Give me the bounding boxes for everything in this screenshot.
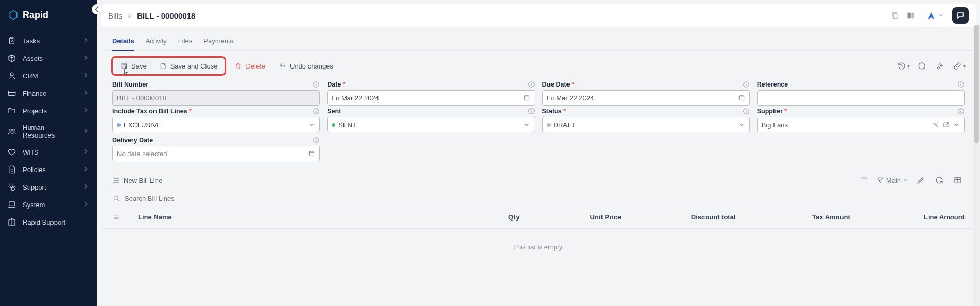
nav-item-support[interactable]: Support [0, 178, 97, 196]
open-icon[interactable] [942, 121, 950, 128]
empty-state: This list is empty. [101, 229, 976, 265]
info-icon[interactable] [743, 81, 750, 88]
nav-item-hr[interactable]: Human Resources [0, 120, 97, 143]
barcode-icon[interactable] [905, 10, 916, 21]
nav-label: Human Resources [23, 124, 76, 139]
calendar-icon[interactable] [738, 94, 745, 101]
col-line-name[interactable]: Line Name [138, 213, 443, 223]
nav-item-whs[interactable]: WHS [0, 143, 97, 161]
scrollbar-thumb[interactable] [974, 25, 979, 143]
clipboard-icon [7, 36, 16, 45]
sidebar: Rapid Tasks Assets CRM Finance [0, 0, 97, 306]
date-value: Fri Mar 22 2024 [332, 94, 379, 102]
card-icon [7, 89, 16, 98]
info-icon[interactable] [313, 137, 320, 144]
nav-item-finance[interactable]: Finance [0, 84, 97, 102]
filter-button[interactable]: Main [876, 176, 909, 184]
col-qty[interactable]: Qty [443, 213, 520, 223]
main: Bills > BILL - 00000018 Details Activity… [97, 0, 980, 306]
settings-button[interactable] [934, 59, 947, 73]
breadcrumb-current: BILL - 00000018 [137, 11, 195, 20]
sent-select[interactable]: SENT [327, 117, 535, 132]
field-bill-number: Bill Number BILL - 00000018 [112, 81, 320, 106]
clear-icon[interactable] [932, 121, 939, 128]
nav-item-tasks[interactable]: Tasks [0, 32, 97, 49]
delivery-date-placeholder: No date selected [117, 150, 167, 158]
col-discount[interactable]: Discount total [621, 213, 735, 223]
form-row-3: Delivery Date No date selected [101, 134, 976, 166]
status-dot-icon [332, 123, 335, 127]
app-switcher[interactable] [926, 11, 944, 20]
sidebar-collapse-button[interactable] [92, 4, 102, 14]
breadcrumb-root[interactable]: Bills [108, 11, 123, 20]
undo-button[interactable]: Undo changes [273, 59, 338, 73]
link-button[interactable]: ▾ [952, 59, 966, 73]
nav-item-system[interactable]: System [0, 196, 97, 213]
chevron-right-icon [82, 37, 90, 45]
supplier-select[interactable]: Big Fans [757, 117, 965, 132]
toolbar: Save Save and Close Delete Undo changes [101, 51, 976, 81]
info-icon[interactable] [528, 108, 535, 115]
user-icon [7, 71, 16, 80]
divider [921, 10, 921, 21]
topbar: Bills > BILL - 00000018 [101, 4, 976, 27]
nav-label: Tasks [23, 37, 40, 45]
laptop-icon [7, 200, 16, 209]
field-delivery-date: Delivery Date No date selected [112, 137, 320, 161]
info-icon[interactable] [743, 108, 750, 115]
tab-activity[interactable]: Activity [146, 34, 167, 51]
chevron-right-icon [82, 107, 90, 115]
nav-item-policies[interactable]: Policies [0, 161, 97, 178]
chevron-down-icon [953, 121, 960, 128]
edit-columns-button[interactable] [914, 174, 927, 187]
status-select[interactable]: DRAFT [542, 117, 750, 132]
nav-item-rapid-support[interactable]: Rapid Support [0, 213, 97, 231]
search-input[interactable] [125, 195, 965, 202]
delete-button[interactable]: Delete [229, 59, 270, 73]
refresh-button[interactable] [915, 59, 929, 73]
calendar-icon[interactable] [308, 150, 315, 157]
calendar-icon[interactable] [523, 94, 530, 101]
info-icon[interactable] [957, 108, 965, 115]
new-line-label: New Bill Line [124, 177, 162, 184]
include-tax-select[interactable]: EXCLUSIVE [112, 117, 320, 132]
col-unit-price[interactable]: Unit Price [520, 213, 622, 223]
include-tax-value: EXCLUSIVE [124, 121, 161, 129]
save-button[interactable]: Save [115, 59, 152, 73]
tab-payments[interactable]: Payments [203, 34, 233, 51]
col-amount[interactable]: Line Amount [850, 213, 965, 223]
nav-item-projects[interactable]: Projects [0, 102, 97, 120]
date-input[interactable]: Fri Mar 22 2024 [327, 90, 535, 106]
reference-text[interactable] [762, 94, 960, 102]
bill-number-value: BILL - 00000018 [117, 94, 166, 102]
table-layout-button[interactable] [951, 174, 965, 187]
chevron-down-icon [523, 121, 530, 128]
tab-details[interactable]: Details [112, 34, 134, 51]
nav-item-crm[interactable]: CRM [0, 67, 97, 84]
reference-input[interactable] [757, 90, 965, 106]
tabs: Details Activity Files Payments [101, 27, 976, 51]
field-date: Date * Fri Mar 22 2024 [327, 81, 535, 106]
delivery-date-input[interactable]: No date selected [112, 146, 320, 161]
col-tax[interactable]: Tax Amount [736, 213, 850, 223]
info-icon[interactable] [313, 108, 320, 115]
info-icon[interactable] [313, 81, 320, 88]
include-tax-label: Include Tax on Bill Lines * [112, 108, 192, 115]
breadcrumb: Bills > BILL - 00000018 [108, 11, 195, 20]
list-refresh-button[interactable] [933, 174, 946, 187]
new-line-button[interactable]: New Bill Line [112, 176, 162, 184]
history-button[interactable]: ▾ [897, 59, 910, 73]
folder-icon [7, 106, 16, 115]
info-icon[interactable] [528, 81, 535, 88]
scrollbar[interactable] [973, 25, 980, 306]
list-toolbar-right: Main [857, 174, 965, 187]
info-icon[interactable] [957, 81, 965, 88]
copy-icon[interactable] [890, 10, 900, 21]
due-date-input[interactable]: Fri Mar 22 2024 [542, 90, 750, 106]
tab-files[interactable]: Files [178, 34, 192, 51]
save-close-button[interactable]: Save and Close [154, 59, 223, 73]
toolbar-right: ▾ ▾ [897, 59, 966, 73]
nav-item-assets[interactable]: Assets [0, 49, 97, 67]
chevron-right-icon [82, 72, 90, 80]
help-chat-button[interactable] [952, 7, 969, 24]
